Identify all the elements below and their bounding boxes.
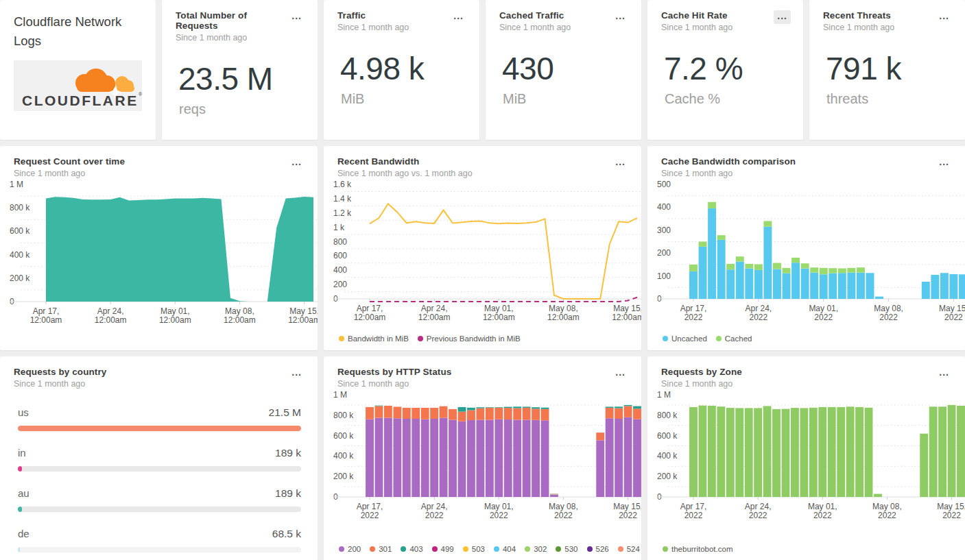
svg-text:400: 400 xyxy=(657,202,671,212)
bar-segment xyxy=(476,407,484,408)
svg-text:May 01,: May 01, xyxy=(809,304,838,313)
bar-segment xyxy=(800,408,808,497)
svg-text:800 k: 800 k xyxy=(657,411,678,420)
legend-item[interactable]: 530 xyxy=(556,545,577,553)
bar-segment xyxy=(633,406,641,409)
svg-text:200 k: 200 k xyxy=(657,472,678,481)
request-count-area-chart[interactable]: 1 M800 k600 k400 k200 k0Apr 17,12:00amAp… xyxy=(10,178,318,330)
more-options-button[interactable]: ... xyxy=(936,10,953,24)
svg-text:12:00am: 12:00am xyxy=(612,313,641,322)
more-options-button[interactable]: ... xyxy=(936,367,953,380)
bar-segment xyxy=(375,418,383,497)
bar-segment xyxy=(393,406,401,418)
svg-text:800: 800 xyxy=(333,237,347,247)
svg-text:400 k: 400 k xyxy=(10,250,30,260)
legend-color-dot xyxy=(618,546,623,552)
legend-item[interactable]: 403 xyxy=(401,545,422,553)
legend-item[interactable]: 524 xyxy=(618,545,640,553)
svg-text:2022: 2022 xyxy=(813,511,832,520)
svg-text:May 08,: May 08, xyxy=(225,306,254,316)
more-options-button[interactable]: ... xyxy=(612,156,629,170)
bar-segment xyxy=(754,270,763,299)
svg-text:1 M: 1 M xyxy=(333,390,347,400)
legend-item[interactable]: 302 xyxy=(525,545,547,553)
bar-segment xyxy=(504,408,512,419)
bar-segment xyxy=(596,440,604,497)
bandwidth-line-chart[interactable]: 1.6 k1.4 k1.2 k1 k8006004002000Apr 17,12… xyxy=(333,178,641,328)
legend-label: 404 xyxy=(503,545,516,553)
country-bar-track xyxy=(18,507,301,512)
cache-bandwidth-card: Cache Bandwidth comparison Since 1 month… xyxy=(647,146,965,350)
bar-segment xyxy=(929,406,938,497)
chart-legend: Bandwidth in MiBPrevious Bandwidth in Mi… xyxy=(339,334,521,343)
bar-segment xyxy=(504,407,512,408)
legend-item[interactable]: Previous Bandwidth in MiB xyxy=(418,334,521,343)
bar-segment xyxy=(857,273,865,299)
svg-text:12:00am: 12:00am xyxy=(547,313,580,322)
bar-segment xyxy=(606,418,614,497)
legend-label: 302 xyxy=(534,545,547,553)
legend-item[interactable]: 503 xyxy=(463,545,485,553)
more-options-button[interactable]: ... xyxy=(612,367,629,380)
svg-text:2022: 2022 xyxy=(554,511,573,520)
svg-text:Apr 24,: Apr 24, xyxy=(421,502,448,511)
zone-bar-chart[interactable]: 1 M800 k600 k400 k200 k0Apr 17,2022Apr 2… xyxy=(657,389,965,526)
legend-item[interactable]: 526 xyxy=(587,545,609,553)
bar-segment xyxy=(384,418,392,497)
chart-subtitle: Since 1 month ago xyxy=(661,379,742,389)
cache-bandwidth-bar-chart[interactable]: 5004003002001000Apr 17,2022Apr 24,2022Ma… xyxy=(657,178,965,328)
legend-item[interactable]: 301 xyxy=(370,545,392,553)
more-options-button[interactable]: ... xyxy=(288,156,305,170)
chart-subtitle: Since 1 month ago xyxy=(14,169,125,178)
legend-item[interactable]: 499 xyxy=(432,545,454,553)
legend-color-dot xyxy=(587,546,593,552)
svg-text:May 15,: May 15, xyxy=(613,304,641,313)
bar-segment xyxy=(532,407,540,409)
legend-item[interactable]: Cached xyxy=(716,334,752,343)
http-status-bar-chart[interactable]: 1 M800 k600 k400 k200 k0Apr 17,2022Apr 2… xyxy=(333,389,641,526)
metric-title: Cached Traffic xyxy=(499,10,571,21)
bar-segment xyxy=(375,406,383,417)
line-series xyxy=(370,204,637,299)
bar-segment xyxy=(866,273,874,299)
svg-text:CLOUDFLARE: CLOUDFLARE xyxy=(22,93,139,108)
recent-bandwidth-card: Recent Bandwidth Since 1 month ago vs. 1… xyxy=(324,146,641,350)
more-options-button[interactable]: ... xyxy=(288,367,305,380)
svg-text:Apr 24,: Apr 24, xyxy=(97,306,124,316)
legend-item[interactable]: Bandwidth in MiB xyxy=(339,334,409,343)
svg-text:May 01,: May 01, xyxy=(808,502,837,511)
more-options-button[interactable]: ... xyxy=(450,10,467,24)
bar-segment xyxy=(550,495,558,497)
bar-segment xyxy=(745,408,753,497)
legend-item[interactable]: 404 xyxy=(494,545,516,553)
bar-segment xyxy=(458,422,466,497)
bar-segment xyxy=(699,247,707,299)
chart-legend: theburritobot.com xyxy=(663,545,733,553)
bar-segment xyxy=(957,406,965,497)
more-options-button[interactable]: ... xyxy=(774,10,791,24)
bar-segment xyxy=(829,268,837,273)
chart-title: Recent Bandwidth xyxy=(337,156,473,167)
more-options-button[interactable]: ... xyxy=(936,156,953,170)
svg-text:Apr 24,: Apr 24, xyxy=(421,304,448,313)
bar-segment xyxy=(513,409,521,420)
legend-item[interactable]: theburritobot.com xyxy=(663,545,733,553)
bar-segment xyxy=(847,273,855,299)
country-value: 68.5 k xyxy=(272,528,301,540)
bar-segment xyxy=(476,409,484,420)
country-label: in xyxy=(18,447,26,459)
legend-item[interactable]: 200 xyxy=(339,545,361,553)
bar-segment xyxy=(782,409,790,497)
country-bar-fill xyxy=(18,426,301,431)
country-row: de68.5 k xyxy=(18,528,301,552)
more-options-button[interactable]: ... xyxy=(288,10,305,24)
legend-label: 301 xyxy=(379,545,392,553)
bar-segment xyxy=(736,256,744,261)
bar-segment xyxy=(615,419,623,497)
more-options-button[interactable]: ... xyxy=(612,10,629,24)
svg-text:2022: 2022 xyxy=(814,313,833,322)
bar-segment xyxy=(449,409,457,420)
svg-text:2022: 2022 xyxy=(361,511,379,520)
legend-item[interactable]: Uncached xyxy=(663,334,707,343)
bar-segment xyxy=(532,409,540,419)
